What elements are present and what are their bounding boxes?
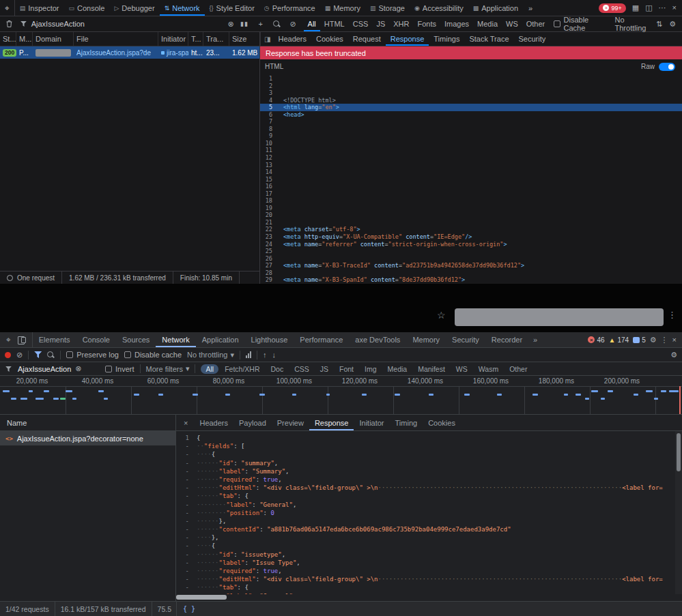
pick-element-icon[interactable]: ⌖ — [0, 0, 15, 16]
filter-chip-img[interactable]: Img — [360, 364, 382, 374]
tab-elements[interactable]: Elements — [33, 332, 76, 347]
ff-filter-media[interactable]: Media — [473, 16, 502, 31]
disable-cache-checkbox[interactable]: Disable cache — [124, 351, 182, 359]
network-settings-icon[interactable]: ⚙ — [669, 20, 676, 28]
column-header-size[interactable]: Size — [229, 32, 261, 46]
tab-performance[interactable]: Performance — [294, 332, 349, 347]
tab-application[interactable]: Application — [196, 332, 245, 347]
filter-toggle-icon[interactable] — [34, 351, 42, 358]
column-header-initiator[interactable]: Initiator — [158, 32, 188, 46]
panel-toggle-icon[interactable]: ◨ — [264, 32, 272, 46]
clear-filter-icon[interactable]: ⊗ — [75, 365, 81, 372]
response-tab-headers[interactable]: Headers — [194, 415, 233, 430]
ff-tab-performance[interactable]: ◷Performance — [259, 0, 320, 16]
ff-filter-all[interactable]: All — [304, 16, 320, 31]
ff-detail-tab-cookies[interactable]: Cookies — [311, 32, 348, 46]
ff-detail-tab-security[interactable]: Security — [514, 32, 551, 46]
ff-tab-application[interactable]: ▩Application — [468, 0, 523, 16]
tab-lighthouse[interactable]: Lighthouse — [245, 332, 294, 347]
filter-chip-doc[interactable]: Doc — [266, 364, 288, 374]
filter-chip-all[interactable]: All — [201, 364, 218, 374]
ff-filter-ws[interactable]: WS — [502, 16, 522, 31]
issues-counter[interactable]: 5 — [633, 336, 646, 344]
network-overview-timeline[interactable]: 20,000 ms40,000 ms60,000 ms80,000 ms100,… — [0, 376, 682, 415]
response-tab-preview[interactable]: Preview — [272, 415, 309, 430]
kebab-menu-icon[interactable]: ⋮ — [661, 336, 668, 344]
browser-menu-icon[interactable]: ⋮ — [668, 310, 677, 320]
filter-text-input[interactable]: AjaxIssueAction⊗ — [18, 365, 100, 373]
format-pretty-print-button[interactable]: { } — [177, 602, 201, 616]
scrollbar-thumb[interactable] — [677, 433, 681, 471]
block-requests-icon[interactable]: ⊘ — [287, 20, 299, 29]
filter-chip-css[interactable]: CSS — [289, 364, 314, 374]
clear-requests-icon[interactable] — [3, 20, 15, 28]
ff-tab-network[interactable]: ⇅Network — [160, 0, 205, 16]
tab-network[interactable]: Network — [156, 332, 195, 347]
response-tab-response[interactable]: Response — [309, 415, 354, 430]
tab-recorder[interactable]: Recorder — [485, 332, 528, 347]
import-har-icon[interactable]: ↑ — [263, 351, 267, 359]
warning-counter[interactable]: ▲174 — [609, 336, 629, 344]
close-detail-icon[interactable]: × — [179, 415, 193, 430]
search-icon[interactable] — [271, 20, 283, 28]
filter-chip-other[interactable]: Other — [505, 364, 532, 374]
ff-detail-tab-response[interactable]: Response — [386, 32, 429, 46]
new-request-icon[interactable]: + — [255, 20, 266, 28]
vertical-scrollbar[interactable] — [675, 431, 682, 594]
column-header-st[interactable]: St... — [0, 32, 16, 46]
ff-filter-html[interactable]: HTML — [320, 16, 349, 31]
bookmark-star-icon[interactable]: ☆ — [437, 310, 446, 321]
ff-tab-storage[interactable]: ▥Storage — [365, 0, 410, 16]
ff-filter-css[interactable]: CSS — [349, 16, 373, 31]
filter-chip-wasm[interactable]: Wasm — [474, 364, 503, 374]
filter-chip-js[interactable]: JS — [315, 364, 333, 374]
response-tab-payload[interactable]: Payload — [233, 415, 272, 430]
ff-filter-fonts[interactable]: Fonts — [413, 16, 440, 31]
ff-tab-debugger[interactable]: ▷Debugger — [109, 0, 159, 16]
throttling-dropdown[interactable]: No Throttling⇅ — [615, 16, 663, 32]
network-settings-icon[interactable]: ⚙ — [670, 351, 677, 359]
settings-gear-icon[interactable]: ⚙ — [650, 336, 657, 344]
disable-cache-checkbox[interactable]: Disable Cache — [554, 16, 608, 32]
ff-filter-images[interactable]: Images — [440, 16, 473, 31]
response-tab-timing[interactable]: Timing — [390, 415, 423, 430]
filter-chip-fetch-xhr[interactable]: Fetch/XHR — [220, 364, 264, 374]
ff-tab-memory[interactable]: ▦Memory — [320, 0, 365, 16]
name-column-header[interactable]: Name — [0, 415, 175, 431]
error-counter[interactable]: ×46 — [588, 336, 604, 344]
ff-tab-inspector[interactable]: ▤Inspector — [15, 0, 64, 16]
invert-checkbox[interactable]: Invert — [105, 365, 134, 373]
response-tab-cookies[interactable]: Cookies — [423, 415, 461, 430]
preserve-log-checkbox[interactable]: Preserve log — [66, 351, 119, 359]
network-conditions-icon[interactable] — [246, 351, 251, 358]
more-panels-icon[interactable]: » — [528, 332, 542, 347]
clear-network-log-icon[interactable]: ⊘ — [16, 351, 23, 359]
ff-filter-xhr[interactable]: XHR — [389, 16, 413, 31]
close-devtools-icon[interactable]: × — [672, 4, 677, 12]
ff-detail-tab-request[interactable]: Request — [348, 32, 386, 46]
close-devtools-icon[interactable]: × — [672, 336, 677, 344]
column-header-m[interactable]: M... — [16, 32, 33, 46]
ff-detail-tab-headers[interactable]: Headers — [273, 32, 311, 46]
tab-axe-devtools[interactable]: axe DevTools — [349, 332, 406, 347]
ff-detail-tab-stack-trace[interactable]: Stack Trace — [464, 32, 513, 46]
raw-toggle[interactable] — [659, 63, 675, 71]
horizontal-scrollbar-thumb[interactable] — [176, 595, 227, 600]
tab-security[interactable]: Security — [446, 332, 485, 347]
device-toolbar-icon[interactable] — [18, 336, 26, 343]
ff-filter-other[interactable]: Other — [522, 16, 550, 31]
ff-tab-console[interactable]: ▭Console — [64, 0, 110, 16]
column-header-t[interactable]: T... — [188, 32, 203, 46]
request-row-selected[interactable]: <> AjaxIssueAction.jspa?decorator=none — [0, 431, 175, 445]
column-header-tra[interactable]: Tra... — [203, 32, 229, 46]
error-count-badge[interactable]: ×99+ — [599, 3, 625, 13]
ff-filter-js[interactable]: JS — [372, 16, 389, 31]
request-row[interactable]: 200 P... AjaxIssueAction.jspa?de jira-sp… — [0, 46, 259, 59]
filter-chip-media[interactable]: Media — [383, 364, 412, 374]
meatball-menu-icon[interactable]: ⋯ — [659, 4, 666, 12]
tab-sources[interactable]: Sources — [116, 332, 156, 347]
filter-chip-ws[interactable]: WS — [451, 364, 472, 374]
ff-tab-accessibility[interactable]: ◉Accessibility — [410, 0, 468, 16]
column-header-file[interactable]: File — [74, 32, 158, 46]
response-tab-initiator[interactable]: Initiator — [354, 415, 389, 430]
